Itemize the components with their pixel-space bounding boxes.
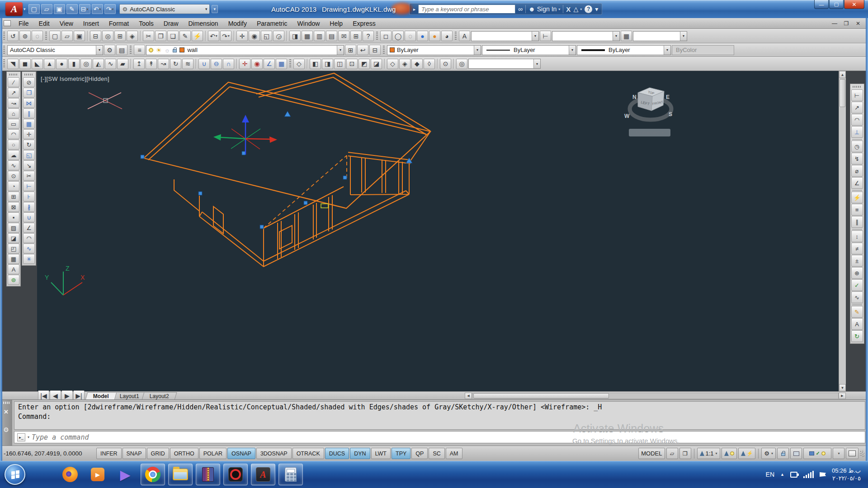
ucs-selector[interactable]: Unnamed ▾ [629, 129, 670, 136]
clock[interactable]: 05:26 ب.ظ ٢٠٢٢/٠٥/٠٥ [832, 467, 861, 482]
network-signal-icon[interactable] [803, 471, 814, 478]
screen-recorder[interactable] [223, 464, 248, 485]
autodesk-360-icon[interactable]: △ ▾ [573, 5, 582, 13]
stretch-button[interactable]: ↘ [23, 160, 35, 170]
recent-commands-arrow-icon[interactable]: ▾ [28, 435, 29, 439]
wedge-button[interactable]: ◣ [32, 59, 43, 69]
redo-button[interactable]: ↷▾ [220, 31, 231, 41]
constrained-orbit-button[interactable]: ⊚ [19, 31, 31, 41]
close-button[interactable]: ✕ [844, 0, 864, 9]
scroll-up-icon[interactable]: ▲ [839, 71, 846, 78]
insert-block-button[interactable]: ⊞ [8, 192, 19, 202]
designcenter-button[interactable]: ▦ [302, 31, 313, 41]
toolbar-grip[interactable] [383, 46, 385, 55]
spline-button[interactable]: ∿ [8, 160, 19, 170]
exchange-apps-icon[interactable]: X [566, 5, 571, 13]
viewcube[interactable]: N E W S TOP LEFT FRONT Unnamed ▾ [623, 83, 681, 141]
qat-overflow-button[interactable]: ▾ [212, 5, 218, 13]
presspull-button[interactable]: ↥ [133, 59, 145, 69]
undo-button[interactable]: ↶▾ [208, 31, 219, 41]
linear-dimension-button[interactable]: ⊢ [851, 89, 863, 101]
properties-palette-button[interactable]: ◨ [289, 31, 301, 41]
arc-button[interactable]: ◠ [8, 129, 19, 139]
continuous-orbit-button[interactable]: ◌ [32, 31, 43, 41]
pan-button[interactable]: ✛ [236, 31, 248, 41]
highlighted-entity[interactable] [321, 204, 328, 208]
toggle-ortho[interactable]: ORTHO [170, 448, 198, 459]
linetype-combo[interactable]: ByLayer ▾ [482, 45, 576, 55]
toggle-am[interactable]: AM [446, 448, 462, 459]
scale-button[interactable]: ◱ [23, 150, 35, 160]
revision-cloud-button[interactable]: ☁ [8, 150, 19, 160]
sign-in-button[interactable]: ☻ Sign In ▾ [528, 5, 560, 13]
doc-close-button[interactable]: ✕ [854, 20, 862, 27]
firefox[interactable] [58, 464, 82, 485]
dimension-update-button[interactable]: ↻ [851, 330, 863, 342]
close-icon[interactable]: ✕ [4, 408, 9, 415]
radius-dimension-button[interactable]: ◷ [851, 141, 863, 152]
show-hidden-icons-icon[interactable]: ▲ [780, 472, 784, 477]
command-history[interactable]: Enter an option [2dwireframe/Wireframe/H… [14, 401, 865, 430]
match-properties-button[interactable]: ✎ [179, 31, 191, 41]
qsave-as-button[interactable]: ✎ [66, 4, 78, 14]
plot-button[interactable]: ⊟ [90, 31, 101, 41]
windows-explorer[interactable] [168, 464, 193, 485]
model-space-canvas[interactable]: [-][SW Isometric][Hidden] [37, 71, 846, 391]
arc-length-dimension-button[interactable]: ◠ [851, 114, 863, 126]
inspection-dimension-button[interactable]: ✓ [851, 279, 863, 291]
layer-previous-button[interactable]: ↩ [357, 45, 368, 55]
toolbar-grip[interactable] [853, 86, 862, 88]
mesh-box-button[interactable]: ◨ [322, 59, 333, 69]
box-button[interactable]: ◼ [19, 59, 31, 69]
mesh-crease-button[interactable]: ◊ [424, 59, 435, 69]
mesh-pyramid-button[interactable]: ◩ [359, 59, 370, 69]
tolerance-button[interactable]: ± [851, 255, 863, 267]
toolbar-grip[interactable] [3, 59, 5, 68]
status-menu-button[interactable]: ▾ [833, 448, 844, 459]
line-button[interactable]: ∕ [8, 77, 19, 87]
quick-dimension-button[interactable]: ⚡ [851, 192, 863, 203]
auto-annotation-button[interactable]: ⚡ [738, 448, 756, 459]
baseline-dimension-button[interactable]: ≡ [851, 204, 863, 216]
sweep-button[interactable]: ↝ [158, 59, 169, 69]
table-style-button[interactable]: ▦ [621, 31, 632, 41]
mesh-cylinder-button[interactable]: ⊡ [346, 59, 358, 69]
toggle-lwt[interactable]: LWT [371, 448, 391, 459]
cylinder-button[interactable]: ▮ [68, 59, 80, 69]
jogged-dimension-button[interactable]: ↯ [851, 153, 863, 164]
point-button[interactable]: ▪ [8, 212, 19, 222]
erase-button[interactable]: ⊘ [23, 77, 35, 87]
planar-surface-button[interactable]: ▰ [117, 59, 128, 69]
construction-line-button[interactable]: ↗ [8, 88, 19, 98]
command-input[interactable] [32, 433, 862, 441]
dimension-break-button[interactable]: ≠ [851, 243, 863, 254]
paste-button[interactable]: ❏ [167, 31, 179, 41]
zoom-realtime-button[interactable]: ◉ [249, 31, 260, 41]
lineweight-combo[interactable]: ByLayer ▾ [577, 45, 671, 55]
create-camera-button[interactable]: ⊙ [440, 59, 451, 69]
internet-explorer[interactable] [30, 464, 55, 485]
dimension-text-edit-button[interactable]: A [851, 318, 863, 330]
save-button[interactable]: ▣ [74, 31, 85, 41]
named-views-combo[interactable]: ▾ [468, 59, 541, 69]
hatch-button[interactable]: ▨ [8, 223, 19, 233]
vs-shaded-button[interactable]: ◕ [441, 31, 453, 41]
hardware-acceleration-button[interactable] [790, 448, 802, 459]
scroll-right-icon[interactable]: ▶ [839, 393, 846, 399]
search-input[interactable] [418, 5, 515, 14]
menu-express[interactable]: Express [348, 18, 381, 29]
scroll-down-icon[interactable]: ▼ [839, 384, 846, 391]
revolve-button[interactable]: ↻ [170, 59, 181, 69]
menu-view[interactable]: View [55, 18, 78, 29]
zoom-window-button[interactable]: ◱ [261, 31, 272, 41]
new-button[interactable]: ▢ [49, 31, 61, 41]
fillet-button[interactable]: ◠ [23, 233, 35, 243]
explode-button[interactable]: ✳ [23, 254, 35, 264]
group-button[interactable]: ⊚ [8, 275, 19, 285]
plot-preview-button[interactable]: ◎ [102, 31, 113, 41]
toggle-dyn[interactable]: DYN [350, 448, 370, 459]
logo-menu-arrow-icon[interactable]: ▾ [24, 7, 26, 11]
layer-states-button[interactable]: ⊞ [345, 45, 356, 55]
menu-draw[interactable]: Draw [159, 18, 184, 29]
calculator[interactable] [278, 464, 303, 485]
